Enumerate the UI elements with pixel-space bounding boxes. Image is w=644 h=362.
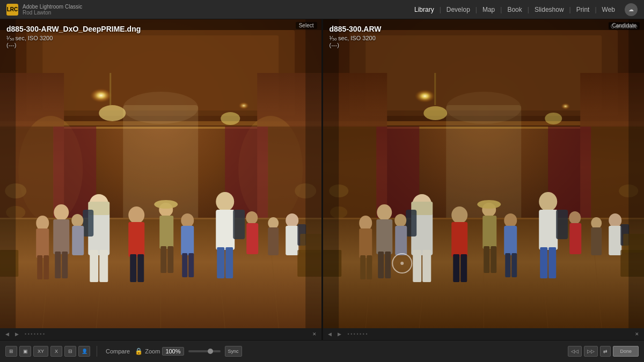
compare-controls: Compare 🔒 Zoom 100% Sync <box>104 346 242 357</box>
svg-point-65 <box>246 211 258 224</box>
svg-rect-139 <box>511 253 517 277</box>
right-prev-btn[interactable]: ◀ <box>326 330 334 338</box>
svg-point-69 <box>286 213 298 227</box>
svg-point-136 <box>504 213 517 227</box>
svg-point-45 <box>128 206 144 224</box>
zoom-label: Zoom <box>145 348 160 354</box>
svg-point-59 <box>181 213 194 227</box>
svg-rect-37 <box>55 252 61 278</box>
nav-book[interactable]: Book <box>502 4 527 16</box>
nav-web[interactable]: Web <box>597 4 620 16</box>
svg-rect-128 <box>482 216 496 249</box>
app-user: Rod Lawton <box>23 10 82 16</box>
right-close-btn[interactable]: ✕ <box>633 330 641 338</box>
app-name-block: Adobe Lightroom Classic Rod Lawton <box>23 4 82 16</box>
svg-point-111 <box>377 204 392 220</box>
svg-rect-147 <box>609 226 621 255</box>
right-meta2: (---) <box>330 42 382 48</box>
svg-point-156 <box>400 262 404 265</box>
svg-point-63 <box>71 214 83 227</box>
left-close-btn[interactable]: ✕ <box>311 330 318 338</box>
svg-rect-36 <box>53 219 69 254</box>
nav-library[interactable]: Library <box>409 4 440 16</box>
svg-rect-14 <box>109 73 111 105</box>
svg-point-16 <box>221 112 240 125</box>
nav-slideshow[interactable]: Slideshow <box>529 4 569 16</box>
svg-point-13 <box>99 105 126 121</box>
loupe-view-btn[interactable]: ▣ <box>19 346 31 357</box>
svg-rect-61 <box>182 253 187 277</box>
svg-rect-109 <box>360 255 365 279</box>
grid-view-btn[interactable]: ⊞ <box>5 346 17 357</box>
zoom-slider-thumb[interactable] <box>208 349 213 354</box>
svg-rect-52 <box>160 246 166 273</box>
x-btn[interactable]: X <box>50 346 62 357</box>
left-meta2: (---) <box>6 42 141 48</box>
svg-rect-123 <box>451 222 467 257</box>
right-meta1: ¹⁄₅₀ sec, ISO 3200 <box>330 35 382 42</box>
svg-rect-70 <box>286 226 298 255</box>
left-photo-label: d885-300-ARW_DxO_DeepPRIME.dng ¹⁄₅₀ sec,… <box>6 25 141 48</box>
nav-map[interactable]: Map <box>477 4 500 16</box>
svg-rect-38 <box>62 252 68 278</box>
toolbar-section: ⊞ ▣ XY X ⊟ 👤 Compare 🔒 Zoom 100% Sync ◁◁… <box>0 340 644 362</box>
svg-rect-112 <box>376 219 392 254</box>
next-btn[interactable]: ▷▷ <box>584 346 598 357</box>
svg-rect-114 <box>385 252 391 278</box>
sync-btn[interactable]: Sync <box>225 346 242 357</box>
svg-point-50 <box>154 200 178 209</box>
svg-rect-51 <box>159 216 173 249</box>
right-strip-right: ✕ <box>633 330 641 338</box>
left-photo-panel[interactable]: d885-300-ARW_DxO_DeepPRIME.dng ¹⁄₅₀ sec,… <box>0 19 321 340</box>
svg-rect-34 <box>43 255 49 279</box>
identity-plate[interactable]: ☁ <box>625 3 638 16</box>
nav-print[interactable]: Print <box>571 4 595 16</box>
svg-rect-46 <box>128 222 144 257</box>
right-photo-panel[interactable]: Candidate Select d885-300.ARW ¹⁄₅₀ sec, … <box>323 19 645 340</box>
compare-label: Compare <box>106 348 130 354</box>
svg-rect-145 <box>591 227 602 255</box>
svg-rect-66 <box>246 223 258 254</box>
svg-rect-64 <box>72 226 84 255</box>
lock-icon[interactable]: 🔒 <box>134 347 143 356</box>
left-prev-btn[interactable]: ◀ <box>3 330 11 338</box>
left-photo-content: d885-300-ARW_DxO_DeepPRIME.dng ¹⁄₅₀ sec,… <box>0 19 321 328</box>
svg-rect-133 <box>556 210 568 239</box>
app-title: Adobe Lightroom Classic <box>23 4 82 10</box>
left-strip-dots: • • • • • • • <box>25 331 45 337</box>
svg-point-122 <box>451 206 467 224</box>
title-bar: LRC Adobe Lightroom Classic Rod Lawton L… <box>0 0 644 19</box>
svg-rect-33 <box>37 255 42 279</box>
xy-btn[interactable]: XY <box>33 346 48 357</box>
candidate-badge: Candidate <box>609 22 640 29</box>
right-strip-dots: • • • • • • • <box>348 331 368 337</box>
zoom-value[interactable]: 100% <box>162 347 184 356</box>
svg-point-107 <box>359 216 372 231</box>
svg-rect-119 <box>413 250 421 282</box>
svg-rect-47 <box>130 254 136 282</box>
svg-rect-134 <box>540 247 547 278</box>
swap-btn[interactable]: ⇄ <box>600 346 611 357</box>
svg-rect-60 <box>181 226 194 255</box>
svg-rect-138 <box>505 253 510 277</box>
people-btn[interactable]: 👤 <box>78 346 90 357</box>
svg-rect-43 <box>90 250 98 282</box>
done-btn[interactable]: Done <box>613 346 639 357</box>
left-next-btn[interactable]: ▶ <box>13 330 20 338</box>
zoom-slider[interactable] <box>188 350 221 352</box>
svg-point-67 <box>268 217 279 229</box>
svg-point-89 <box>423 106 447 120</box>
survey-btn[interactable]: ⊟ <box>64 346 76 357</box>
svg-point-31 <box>36 216 49 231</box>
right-photo-label: d885-300.ARW ¹⁄₅₀ sec, ISO 3200 (---) <box>330 25 382 48</box>
svg-rect-53 <box>167 246 173 273</box>
svg-point-140 <box>394 214 406 227</box>
sep-1 <box>97 346 97 357</box>
nav-develop[interactable]: Develop <box>441 4 475 16</box>
svg-rect-137 <box>504 226 517 255</box>
left-strip-left: ◀ ▶ • • • • • • • <box>3 330 45 338</box>
prev-btn[interactable]: ◁◁ <box>568 346 582 357</box>
right-strip-left: ◀ ▶ • • • • • • • <box>326 330 368 338</box>
left-panel-strip: ◀ ▶ • • • • • • • ✕ <box>0 328 321 340</box>
right-next-btn[interactable]: ▶ <box>336 330 343 338</box>
